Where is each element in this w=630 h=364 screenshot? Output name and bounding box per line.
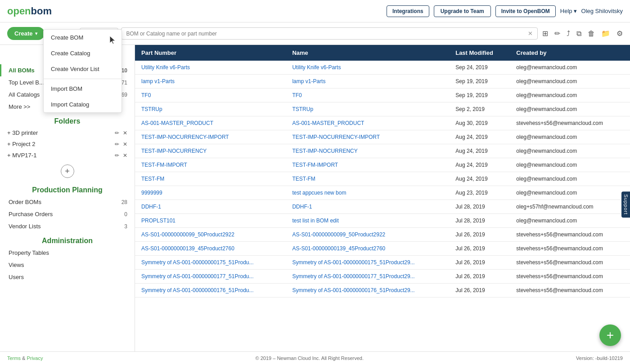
delete-icon[interactable]: 🗑 — [588, 30, 595, 38]
create-button[interactable]: Create ▾ — [7, 27, 45, 40]
part-number-link[interactable]: DDHF-1 — [141, 204, 161, 210]
part-number-link[interactable]: TF0 — [141, 92, 151, 98]
integrations-button[interactable]: Integrations — [387, 5, 429, 17]
name-link[interactable]: Symmetry of AS-001-00000000176_51Product… — [292, 287, 414, 293]
part-number-link[interactable]: AS-S01-00000000139_45Product2760 — [141, 245, 234, 252]
sidebar-item-purchase-orders[interactable]: Purchase Orders 0 — [0, 208, 135, 220]
folder-item-mvp17[interactable]: + MVP17-1 ✏ ✕ — [0, 150, 135, 161]
cell-last-modified: Jul 26, 2019 — [449, 242, 510, 256]
chevron-down-icon: ▾ — [574, 8, 577, 14]
sidebar-item-vendor-lists[interactable]: Vendor Lists 3 — [0, 220, 135, 232]
cell-name: Utility Knife v6-Parts — [286, 61, 449, 75]
col-created-by: Created by — [510, 45, 630, 61]
part-number-link[interactable]: TEST-FM — [141, 176, 164, 182]
support-tab[interactable]: Support — [621, 191, 630, 218]
search-input[interactable] — [126, 31, 528, 37]
name-link[interactable]: Utility Knife v6-Parts — [292, 64, 341, 71]
table-row: TEST-IMP-NOCURRENCY TEST-IMP-NOCURRENCY … — [135, 144, 630, 158]
cell-last-modified: Sep 19, 2019 — [449, 75, 510, 89]
cell-name: TEST-FM-IMPORT — [286, 158, 449, 172]
sidebar-item-property-tables[interactable]: Property Tables — [0, 247, 135, 259]
part-number-link[interactable]: TEST-IMP-NOCURRENCY-IMPORT — [141, 134, 229, 140]
invite-button[interactable]: Invite to OpenBOM — [495, 5, 556, 17]
part-number-link[interactable]: AS-001-MASTER_PRODUCT — [141, 120, 213, 126]
name-link[interactable]: TEST-FM — [292, 176, 315, 182]
table-row: Utility Knife v6-Parts Utility Knife v6-… — [135, 61, 630, 75]
name-link[interactable]: test appcues new bom — [292, 190, 346, 196]
create-catalog-item[interactable]: Create Catalog — [44, 45, 122, 61]
name-link[interactable]: TEST-IMP-NOCURRENCY — [292, 148, 357, 154]
part-number-link[interactable]: lamp v1-Parts — [141, 78, 175, 84]
privacy-link[interactable]: Privacy — [27, 355, 43, 361]
sidebar-item-order-boms[interactable]: Order BOMs 28 — [0, 196, 135, 208]
table-row: 9999999 test appcues new bom Aug 23, 201… — [135, 186, 630, 200]
create-vendor-list-item[interactable]: Create Vendor List — [44, 61, 122, 77]
name-link[interactable]: TEST-FM-IMPORT — [292, 162, 338, 168]
bom-table: Part Number Name Last Modified Created b… — [135, 45, 630, 297]
name-link[interactable]: AS-S01-00000000139_45Product2760 — [292, 245, 385, 252]
sidebar-item-views[interactable]: Views — [0, 259, 135, 271]
name-link[interactable]: DDHF-1 — [292, 204, 312, 210]
cell-last-modified: Aug 24, 2019 — [449, 130, 510, 144]
part-number-link[interactable]: PROPLST101 — [141, 218, 176, 224]
edit-folder-icon[interactable]: ✏ — [115, 152, 119, 159]
delete-folder-icon[interactable]: ✕ — [123, 152, 127, 159]
add-folder-button[interactable]: + — [61, 164, 74, 178]
part-number-link[interactable]: TEST-FM-IMPORT — [141, 162, 187, 168]
part-number-link[interactable]: Symmetry of AS-001-00000000177_51Produ..… — [141, 273, 254, 280]
toolbar-icons: ⊞ ✏ ⤴ ⧉ 🗑 📁 ⚙ — [542, 29, 623, 38]
delete-folder-icon[interactable]: ✕ — [123, 130, 127, 136]
fab-add-button[interactable]: + — [599, 324, 621, 346]
name-link[interactable]: lamp v1-Parts — [292, 78, 325, 84]
name-link[interactable]: TSTRUp — [292, 106, 313, 112]
folder-move-icon[interactable]: 📁 — [601, 29, 610, 38]
cell-last-modified: Sep 24, 2019 — [449, 61, 510, 75]
cell-part-number: TEST-IMP-NOCURRENCY-IMPORT — [135, 130, 286, 144]
edit-folder-icon[interactable]: ✏ — [115, 141, 119, 147]
folder-item-3d-printer[interactable]: + 3D printer ✏ ✕ — [0, 127, 135, 138]
footer: Terms & Privacy © 2019 – Newman Cloud In… — [0, 351, 630, 364]
cell-name: AS-S01-00000000099_50Product2922 — [286, 228, 449, 242]
main-content: Part Number Name Last Modified Created b… — [135, 45, 630, 364]
import-bom-item[interactable]: Import BOM — [44, 81, 122, 97]
view-icon[interactable]: ⊞ — [542, 29, 548, 38]
share-icon[interactable]: ⤴ — [567, 30, 570, 38]
cell-part-number: 9999999 — [135, 186, 286, 200]
create-bom-item[interactable]: Create BOM — [44, 30, 122, 45]
name-link[interactable]: TEST-IMP-NOCURRENCY-IMPORT — [292, 134, 380, 140]
help-button[interactable]: Help ▾ — [560, 8, 577, 14]
upgrade-button[interactable]: Upgrade to Team — [434, 5, 491, 17]
part-number-link[interactable]: Symmetry of AS-001-00000000175_51Produ..… — [141, 259, 254, 266]
part-number-link[interactable]: AS-S01-00000000099_50Product2922 — [141, 231, 234, 238]
name-link[interactable]: Symmetry of AS-001-00000000177_51Product… — [292, 273, 414, 280]
edit-folder-icon[interactable]: ✏ — [115, 130, 119, 136]
col-part-number: Part Number — [135, 45, 286, 61]
cell-part-number: Symmetry of AS-001-00000000177_51Produ..… — [135, 270, 286, 284]
chevron-down-icon: ▾ — [35, 31, 37, 36]
name-link[interactable]: AS-001-MASTER_PRODUCT — [292, 120, 364, 126]
cell-part-number: DDHF-1 — [135, 200, 286, 214]
part-number-link[interactable]: Symmetry of AS-001-00000000176_51Produ..… — [141, 287, 254, 293]
name-link[interactable]: AS-S01-00000000099_50Product2922 — [292, 231, 385, 238]
settings-icon[interactable]: ⚙ — [616, 29, 623, 38]
clear-search-icon[interactable]: ✕ — [528, 30, 533, 37]
edit-icon[interactable]: ✏ — [554, 29, 560, 38]
user-menu-button[interactable]: Oleg Shilovitsky — [581, 8, 623, 14]
copy-icon[interactable]: ⧉ — [576, 30, 581, 38]
import-catalog-item[interactable]: Import Catalog — [44, 97, 122, 112]
part-number-link[interactable]: TEST-IMP-NOCURRENCY — [141, 148, 207, 154]
part-number-link[interactable]: TSTRUp — [141, 106, 162, 112]
part-number-link[interactable]: Utility Knife v6-Parts — [141, 64, 190, 71]
name-link[interactable]: test list in BOM edit — [292, 218, 338, 224]
delete-folder-icon[interactable]: ✕ — [123, 141, 127, 147]
sidebar-item-users[interactable]: Users — [0, 271, 135, 283]
cell-part-number: TEST-FM — [135, 172, 286, 186]
table-row: AS-S01-00000000099_50Product2922 AS-S01-… — [135, 228, 630, 242]
name-link[interactable]: TF0 — [292, 92, 302, 98]
name-link[interactable]: Symmetry of AS-001-00000000175_51Product… — [292, 259, 414, 266]
search-area: 🔍 Search Dashboard ▾ ✕ — [49, 27, 538, 40]
terms-link[interactable]: Terms — [7, 355, 21, 361]
folder-item-project2[interactable]: + Project 2 ✏ ✕ — [0, 138, 135, 150]
part-number-link[interactable]: 9999999 — [141, 190, 162, 196]
cell-last-modified: Sep 2, 2019 — [449, 102, 510, 116]
